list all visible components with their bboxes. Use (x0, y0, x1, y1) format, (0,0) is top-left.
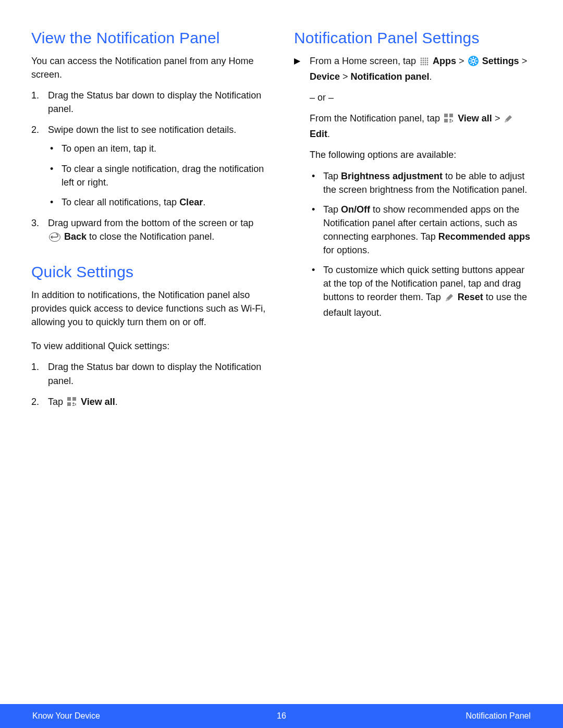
text: From a Home screen, tap Apps > (310, 56, 527, 82)
heading-notification-panel-settings: Notification Panel Settings (294, 29, 532, 47)
bold-view-all: View all (81, 397, 115, 407)
view-all-icon (444, 113, 454, 127)
footer-right: Notification Panel (466, 711, 531, 721)
heading-quick-settings: Quick Settings (31, 263, 269, 281)
ordered-list: Drag the Status bar down to display the … (31, 89, 269, 245)
svg-point-7 (427, 58, 429, 59)
bold-settings: Settings (482, 56, 519, 66)
page-footer: Know Your Device 16 Notification Panel (0, 704, 563, 728)
text: > (492, 113, 503, 124)
bold-reset: Reset (458, 292, 483, 302)
svg-point-17 (423, 64, 424, 66)
ordered-list: Drag the Status bar down to display the … (31, 360, 269, 410)
bold-onoff: On/Off (341, 204, 370, 215)
list-item: Tap On/Off to show recommended apps on t… (310, 203, 532, 257)
text: Tap (323, 171, 341, 181)
page: View the Notification Panel You can acce… (0, 0, 563, 728)
list-item: To customize which quick setting buttons… (310, 263, 532, 319)
paragraph: In addition to notifications, the Notifi… (31, 288, 269, 329)
text: From a Home screen, tap (310, 56, 419, 66)
view-all-icon (67, 397, 77, 411)
svg-point-12 (421, 62, 422, 64)
indented-block: – or – From the Notification panel, tap … (310, 91, 532, 319)
bold-notification-panel: Notification panel (351, 71, 430, 82)
text: . (327, 129, 330, 139)
text: Drag upward from the bottom of the scree… (48, 218, 253, 228)
svg-point-13 (423, 62, 424, 64)
text: > (340, 71, 351, 82)
list-item: Tap View all. (31, 395, 269, 411)
bold-device: Device (310, 71, 340, 82)
text: . (203, 197, 205, 207)
svg-point-15 (427, 62, 429, 64)
text: To clear all notifications, tap (62, 197, 179, 207)
content-columns: View the Notification Panel You can acce… (31, 27, 532, 418)
text: From the Notification panel, tap (310, 113, 443, 124)
step-item: ▶ From a Home screen, tap (294, 54, 532, 83)
text: for options. (323, 245, 370, 255)
bold-apps: Apps (433, 56, 456, 66)
svg-rect-1 (67, 397, 71, 401)
bold-brightness: Brightness adjustment (341, 171, 443, 181)
footer-page-number: 16 (277, 711, 286, 721)
play-triangle-icon: ▶ (294, 56, 300, 66)
text: Tap (323, 204, 341, 215)
list-item: Drag the Status bar down to display the … (31, 360, 269, 387)
text: > (519, 56, 528, 66)
apps-grid-icon (420, 56, 429, 70)
back-icon (49, 232, 60, 245)
svg-point-4 (421, 58, 422, 59)
text: Swipe down the list to see notification … (48, 125, 236, 135)
settings-gear-icon (468, 56, 479, 70)
svg-point-18 (425, 64, 426, 66)
pencil-edit-icon (504, 114, 513, 127)
text: Tap (48, 397, 66, 407)
paragraph: The following options are available: (310, 148, 532, 162)
svg-point-16 (421, 64, 422, 66)
bold-clear: Clear (179, 197, 203, 207)
svg-rect-2 (72, 397, 76, 401)
svg-point-10 (425, 60, 426, 61)
svg-rect-3 (67, 402, 71, 406)
svg-point-5 (423, 58, 424, 59)
svg-point-6 (425, 58, 426, 59)
bullet-list: Tap Brightness adjustment to be able to … (310, 169, 532, 320)
text: to close the Notification panel. (87, 231, 214, 242)
text: . (430, 71, 432, 82)
heading-view-notification-panel: View the Notification Panel (31, 29, 269, 47)
bold-back: Back (64, 231, 87, 242)
text: > (456, 56, 467, 66)
svg-point-19 (427, 64, 429, 66)
footer-left: Know Your Device (32, 711, 100, 721)
list-item: To clear all notifications, tap Clear. (48, 195, 269, 209)
bold-edit: Edit (310, 129, 327, 139)
pencil-edit-icon (445, 292, 454, 306)
left-column: View the Notification Panel You can acce… (31, 27, 269, 418)
paragraph: You can access the Notification panel fr… (31, 54, 269, 81)
paragraph: To view additional Quick settings: (31, 339, 269, 353)
bold-recommended-apps: Recommended apps (438, 231, 530, 242)
svg-rect-31 (449, 114, 453, 117)
paragraph: From the Notification panel, tap View al… (310, 112, 532, 141)
svg-point-11 (427, 60, 429, 61)
svg-point-8 (421, 60, 422, 61)
right-column: Notification Panel Settings ▶ From a Hom… (294, 27, 532, 418)
list-item: Swipe down the list to see notification … (31, 123, 269, 208)
text: . (115, 397, 118, 407)
svg-point-9 (423, 60, 424, 61)
or-separator: – or – (310, 91, 532, 104)
list-item: Tap Brightness adjustment to be able to … (310, 169, 532, 196)
bold-view-all: View all (458, 113, 492, 124)
list-item: To open an item, tap it. (48, 142, 269, 155)
list-item: Drag upward from the bottom of the scree… (31, 216, 269, 245)
list-item: To clear a single notification, drag the… (48, 162, 269, 189)
svg-rect-32 (444, 119, 448, 122)
svg-point-14 (425, 62, 426, 64)
bullet-list: To open an item, tap it. To clear a sing… (48, 142, 269, 208)
svg-rect-30 (444, 114, 448, 117)
list-item: Drag the Status bar down to display the … (31, 89, 269, 116)
